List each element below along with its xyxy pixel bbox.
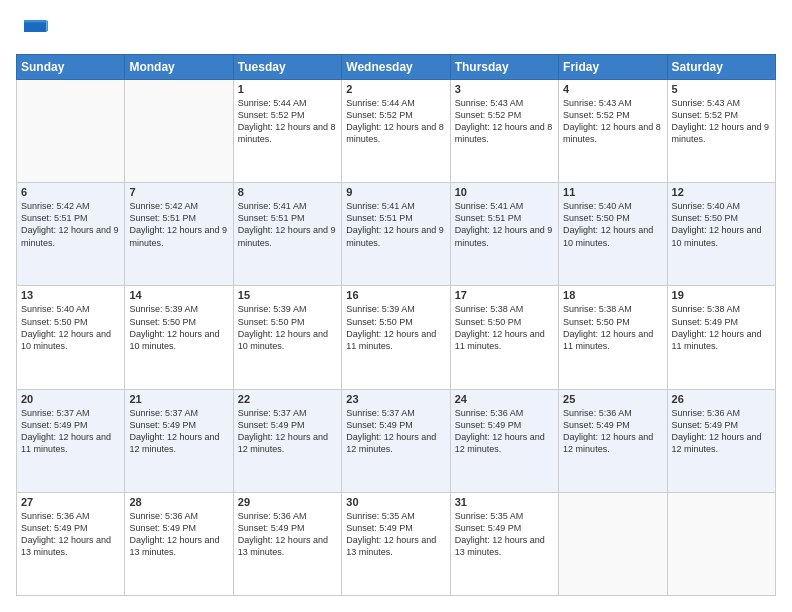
calendar-week-row: 20Sunrise: 5:37 AMSunset: 5:49 PMDayligh… xyxy=(17,389,776,492)
calendar-cell xyxy=(559,492,667,595)
calendar-cell: 29Sunrise: 5:36 AMSunset: 5:49 PMDayligh… xyxy=(233,492,341,595)
day-number: 3 xyxy=(455,83,554,95)
calendar-cell: 7Sunrise: 5:42 AMSunset: 5:51 PMDaylight… xyxy=(125,183,233,286)
day-number: 13 xyxy=(21,289,120,301)
calendar-cell: 8Sunrise: 5:41 AMSunset: 5:51 PMDaylight… xyxy=(233,183,341,286)
day-info: Sunrise: 5:36 AMSunset: 5:49 PMDaylight:… xyxy=(455,407,554,456)
day-info: Sunrise: 5:37 AMSunset: 5:49 PMDaylight:… xyxy=(238,407,337,456)
day-number: 29 xyxy=(238,496,337,508)
day-number: 21 xyxy=(129,393,228,405)
logo xyxy=(16,16,52,44)
day-number: 4 xyxy=(563,83,662,95)
calendar-cell: 17Sunrise: 5:38 AMSunset: 5:50 PMDayligh… xyxy=(450,286,558,389)
calendar-cell: 22Sunrise: 5:37 AMSunset: 5:49 PMDayligh… xyxy=(233,389,341,492)
calendar-cell: 21Sunrise: 5:37 AMSunset: 5:49 PMDayligh… xyxy=(125,389,233,492)
calendar-cell: 3Sunrise: 5:43 AMSunset: 5:52 PMDaylight… xyxy=(450,80,558,183)
day-number: 6 xyxy=(21,186,120,198)
day-info: Sunrise: 5:42 AMSunset: 5:51 PMDaylight:… xyxy=(129,200,228,249)
day-info: Sunrise: 5:40 AMSunset: 5:50 PMDaylight:… xyxy=(21,303,120,352)
day-number: 31 xyxy=(455,496,554,508)
calendar-cell: 10Sunrise: 5:41 AMSunset: 5:51 PMDayligh… xyxy=(450,183,558,286)
day-info: Sunrise: 5:40 AMSunset: 5:50 PMDaylight:… xyxy=(672,200,771,249)
calendar-cell: 31Sunrise: 5:35 AMSunset: 5:49 PMDayligh… xyxy=(450,492,558,595)
day-number: 18 xyxy=(563,289,662,301)
calendar-cell xyxy=(125,80,233,183)
day-number: 27 xyxy=(21,496,120,508)
day-number: 10 xyxy=(455,186,554,198)
day-info: Sunrise: 5:41 AMSunset: 5:51 PMDaylight:… xyxy=(238,200,337,249)
day-info: Sunrise: 5:37 AMSunset: 5:49 PMDaylight:… xyxy=(21,407,120,456)
calendar-cell: 19Sunrise: 5:38 AMSunset: 5:49 PMDayligh… xyxy=(667,286,775,389)
day-number: 23 xyxy=(346,393,445,405)
calendar-day-header: Thursday xyxy=(450,55,558,80)
calendar-cell: 6Sunrise: 5:42 AMSunset: 5:51 PMDaylight… xyxy=(17,183,125,286)
calendar-cell: 24Sunrise: 5:36 AMSunset: 5:49 PMDayligh… xyxy=(450,389,558,492)
day-info: Sunrise: 5:43 AMSunset: 5:52 PMDaylight:… xyxy=(672,97,771,146)
day-info: Sunrise: 5:43 AMSunset: 5:52 PMDaylight:… xyxy=(455,97,554,146)
calendar-week-row: 27Sunrise: 5:36 AMSunset: 5:49 PMDayligh… xyxy=(17,492,776,595)
day-info: Sunrise: 5:39 AMSunset: 5:50 PMDaylight:… xyxy=(346,303,445,352)
calendar-cell: 4Sunrise: 5:43 AMSunset: 5:52 PMDaylight… xyxy=(559,80,667,183)
svg-rect-3 xyxy=(24,20,46,22)
calendar-day-header: Saturday xyxy=(667,55,775,80)
calendar-day-header: Wednesday xyxy=(342,55,450,80)
day-info: Sunrise: 5:36 AMSunset: 5:49 PMDaylight:… xyxy=(129,510,228,559)
day-info: Sunrise: 5:41 AMSunset: 5:51 PMDaylight:… xyxy=(455,200,554,249)
calendar-cell xyxy=(17,80,125,183)
calendar: SundayMondayTuesdayWednesdayThursdayFrid… xyxy=(16,54,776,596)
calendar-cell: 25Sunrise: 5:36 AMSunset: 5:49 PMDayligh… xyxy=(559,389,667,492)
day-info: Sunrise: 5:36 AMSunset: 5:49 PMDaylight:… xyxy=(563,407,662,456)
day-info: Sunrise: 5:36 AMSunset: 5:49 PMDaylight:… xyxy=(21,510,120,559)
day-number: 26 xyxy=(672,393,771,405)
calendar-day-header: Tuesday xyxy=(233,55,341,80)
calendar-cell: 5Sunrise: 5:43 AMSunset: 5:52 PMDaylight… xyxy=(667,80,775,183)
day-info: Sunrise: 5:36 AMSunset: 5:49 PMDaylight:… xyxy=(238,510,337,559)
calendar-day-header: Friday xyxy=(559,55,667,80)
day-number: 22 xyxy=(238,393,337,405)
day-info: Sunrise: 5:39 AMSunset: 5:50 PMDaylight:… xyxy=(238,303,337,352)
day-info: Sunrise: 5:42 AMSunset: 5:51 PMDaylight:… xyxy=(21,200,120,249)
day-info: Sunrise: 5:38 AMSunset: 5:50 PMDaylight:… xyxy=(455,303,554,352)
calendar-week-row: 6Sunrise: 5:42 AMSunset: 5:51 PMDaylight… xyxy=(17,183,776,286)
day-number: 16 xyxy=(346,289,445,301)
day-info: Sunrise: 5:43 AMSunset: 5:52 PMDaylight:… xyxy=(563,97,662,146)
calendar-cell: 13Sunrise: 5:40 AMSunset: 5:50 PMDayligh… xyxy=(17,286,125,389)
day-number: 30 xyxy=(346,496,445,508)
day-info: Sunrise: 5:35 AMSunset: 5:49 PMDaylight:… xyxy=(346,510,445,559)
page: SundayMondayTuesdayWednesdayThursdayFrid… xyxy=(0,0,792,612)
calendar-cell: 11Sunrise: 5:40 AMSunset: 5:50 PMDayligh… xyxy=(559,183,667,286)
day-number: 1 xyxy=(238,83,337,95)
calendar-cell: 20Sunrise: 5:37 AMSunset: 5:49 PMDayligh… xyxy=(17,389,125,492)
calendar-cell xyxy=(667,492,775,595)
calendar-cell: 9Sunrise: 5:41 AMSunset: 5:51 PMDaylight… xyxy=(342,183,450,286)
day-info: Sunrise: 5:37 AMSunset: 5:49 PMDaylight:… xyxy=(346,407,445,456)
calendar-cell: 2Sunrise: 5:44 AMSunset: 5:52 PMDaylight… xyxy=(342,80,450,183)
day-number: 9 xyxy=(346,186,445,198)
day-info: Sunrise: 5:35 AMSunset: 5:49 PMDaylight:… xyxy=(455,510,554,559)
day-number: 15 xyxy=(238,289,337,301)
calendar-cell: 26Sunrise: 5:36 AMSunset: 5:49 PMDayligh… xyxy=(667,389,775,492)
calendar-cell: 12Sunrise: 5:40 AMSunset: 5:50 PMDayligh… xyxy=(667,183,775,286)
day-info: Sunrise: 5:38 AMSunset: 5:49 PMDaylight:… xyxy=(672,303,771,352)
day-info: Sunrise: 5:39 AMSunset: 5:50 PMDaylight:… xyxy=(129,303,228,352)
day-number: 2 xyxy=(346,83,445,95)
day-number: 5 xyxy=(672,83,771,95)
calendar-day-header: Monday xyxy=(125,55,233,80)
calendar-cell: 23Sunrise: 5:37 AMSunset: 5:49 PMDayligh… xyxy=(342,389,450,492)
calendar-header-row: SundayMondayTuesdayWednesdayThursdayFrid… xyxy=(17,55,776,80)
day-number: 19 xyxy=(672,289,771,301)
calendar-cell: 16Sunrise: 5:39 AMSunset: 5:50 PMDayligh… xyxy=(342,286,450,389)
day-number: 28 xyxy=(129,496,228,508)
day-info: Sunrise: 5:36 AMSunset: 5:49 PMDaylight:… xyxy=(672,407,771,456)
header xyxy=(16,16,776,44)
calendar-cell: 1Sunrise: 5:44 AMSunset: 5:52 PMDaylight… xyxy=(233,80,341,183)
day-number: 24 xyxy=(455,393,554,405)
day-info: Sunrise: 5:37 AMSunset: 5:49 PMDaylight:… xyxy=(129,407,228,456)
calendar-cell: 15Sunrise: 5:39 AMSunset: 5:50 PMDayligh… xyxy=(233,286,341,389)
day-number: 11 xyxy=(563,186,662,198)
calendar-day-header: Sunday xyxy=(17,55,125,80)
calendar-cell: 18Sunrise: 5:38 AMSunset: 5:50 PMDayligh… xyxy=(559,286,667,389)
day-info: Sunrise: 5:38 AMSunset: 5:50 PMDaylight:… xyxy=(563,303,662,352)
calendar-cell: 27Sunrise: 5:36 AMSunset: 5:49 PMDayligh… xyxy=(17,492,125,595)
logo-icon xyxy=(16,16,48,44)
